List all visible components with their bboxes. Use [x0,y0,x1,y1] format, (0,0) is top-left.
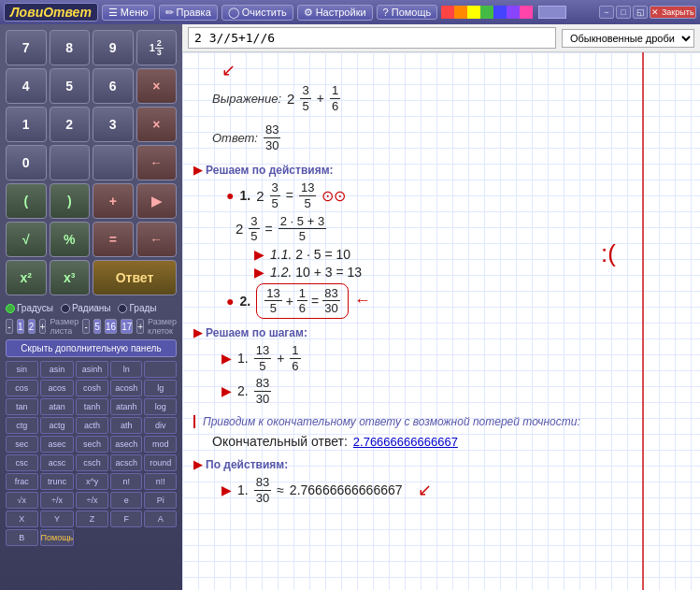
sci-divx1[interactable]: ÷/x [40,492,75,509]
sci-round[interactable]: round [144,454,177,471]
key-plus[interactable]: + [93,183,134,219]
sci-acsch[interactable]: acsch [110,454,143,471]
sci-atanh[interactable]: atanh [110,398,143,415]
sci-tan[interactable]: tan [6,398,38,415]
sci-divx2[interactable]: ÷/x [76,492,108,509]
clear-button[interactable]: ◯ Очистить [221,5,293,21]
key-multiply2[interactable]: × [136,107,178,142]
mode-select[interactable]: Обыкновенные дроби [562,29,694,48]
sci-z[interactable]: Z [76,511,108,527]
key-sqrt[interactable]: √ [6,222,47,257]
sci-ln[interactable]: ln [110,361,143,378]
key-7[interactable]: 7 [6,30,47,65]
graph-area[interactable]: :( ↙ Выражение: 2 35 + 16 [182,52,700,590]
key-right[interactable]: ▶ [136,183,178,219]
hide-panel-button[interactable]: Скрыть дополнительную панель [6,339,177,357]
sci-cosh[interactable]: cosh [76,380,108,396]
key-8[interactable]: 8 [50,30,91,65]
sci-asech[interactable]: asech [110,436,143,453]
sci-trunc[interactable]: trunc [40,473,75,490]
size-2[interactable]: 2 [28,319,36,334]
sci-help[interactable]: Помощь [40,529,75,546]
angle-degrees[interactable]: Градусы [6,303,53,313]
radio-radians[interactable] [61,304,70,313]
key-2[interactable]: 2 [50,107,91,142]
maximize-button[interactable]: □ [616,6,631,19]
sci-sin[interactable]: sin [6,361,38,378]
size-16[interactable]: 16 [105,319,117,334]
sci-frac[interactable]: frac [6,473,38,490]
menu-button[interactable]: ☰ Меню [102,5,155,21]
radio-grads[interactable] [118,304,127,313]
size-dec1[interactable]: - [6,319,13,334]
sci-sec[interactable]: sec [6,436,38,453]
sci-a[interactable]: A [144,511,177,527]
sci-x[interactable]: X [6,511,38,527]
key-9[interactable]: 9 [93,30,134,65]
sci-atan[interactable]: atan [40,398,75,415]
sci-div[interactable]: div [144,417,177,434]
expression-input[interactable] [188,27,556,49]
sci-acos[interactable]: acos [40,380,75,396]
key-6[interactable]: 6 [93,68,134,104]
sci-tanh[interactable]: tanh [76,398,108,415]
sci-dfactorial[interactable]: n!! [144,473,177,490]
sci-mod[interactable]: mod [144,436,177,453]
close-button[interactable]: ✕ Закрыть [650,6,696,19]
sci-asec[interactable]: asec [40,436,75,453]
sci-y[interactable]: Y [40,511,75,527]
sci-f[interactable]: F [110,511,143,527]
sci-acth[interactable]: acth [76,417,108,434]
help-button[interactable]: ? Помощь [377,5,438,20]
key-3[interactable]: 3 [93,107,134,142]
size-inc1[interactable]: + [39,319,47,334]
sci-log[interactable]: log [144,398,177,415]
key-multiply[interactable]: × [136,68,178,104]
key-backspace2[interactable]: ← [136,222,178,257]
sci-pi[interactable]: Pi [144,492,177,509]
sci-actg[interactable]: actg [40,417,75,434]
size-1[interactable]: 1 [17,319,24,334]
sci-cos[interactable]: cos [6,380,38,396]
sci-sech[interactable]: sech [76,436,108,453]
key-percent[interactable]: % [50,222,91,257]
sci-xpowy[interactable]: x^y [76,473,108,490]
key-rparen[interactable]: ) [50,183,91,219]
size-17[interactable]: 17 [121,319,133,334]
sci-asinh[interactable]: asinh [76,361,108,378]
key-mixed[interactable]: 123 [136,30,178,65]
key-equals[interactable]: = [93,222,134,257]
radio-degrees[interactable] [6,304,15,313]
sci-lg[interactable]: lg [144,380,177,396]
minimize-button[interactable]: − [599,6,614,19]
key-0[interactable]: 0 [6,145,47,180]
sci-ath[interactable]: ath [110,417,143,434]
size-5[interactable]: 5 [93,319,101,334]
key-x2[interactable]: x² [6,260,47,295]
sci-b[interactable]: B [6,529,38,546]
restore-button[interactable]: ◱ [633,6,648,19]
sci-acsc[interactable]: acsc [40,454,75,471]
sci-asin[interactable]: asin [40,361,75,378]
sci-acosh[interactable]: acosh [110,380,143,396]
key-backspace[interactable]: ← [136,145,178,180]
size-inc2[interactable]: + [136,319,144,334]
angle-grads[interactable]: Грады [118,303,156,313]
sci-e[interactable]: e [110,492,143,509]
sci-csch[interactable]: csch [76,454,108,471]
edit-button[interactable]: ✏ Правка [159,5,218,21]
sci-csc[interactable]: csc [6,454,38,471]
settings-button[interactable]: ⚙ Настройки [297,5,373,21]
key-4[interactable]: 4 [6,68,47,104]
key-answer[interactable]: Ответ [93,260,177,295]
sci-ctg[interactable]: ctg [6,417,38,434]
key-x3[interactable]: x³ [50,260,91,295]
size-dec2[interactable]: - [82,319,90,334]
sci-factorial[interactable]: n! [110,473,143,490]
sci-sqrtx[interactable]: √x [6,492,38,509]
key-1[interactable]: 1 [6,107,47,142]
key-lparen[interactable]: ( [6,183,47,219]
angle-radians[interactable]: Радианы [61,303,111,313]
key-5[interactable]: 5 [50,68,91,104]
sci-functions-grid: sin asin asinh ln cos acos cosh acosh lg… [0,359,182,548]
